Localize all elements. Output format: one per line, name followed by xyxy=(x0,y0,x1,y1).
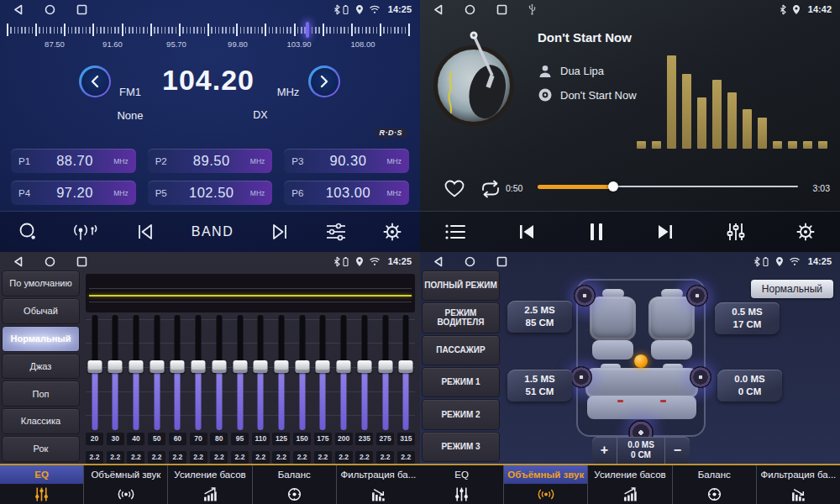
tab-filter[interactable]: Фильтрация ба... xyxy=(757,465,840,504)
home-icon[interactable] xyxy=(45,4,55,15)
eq-preset-item-2[interactable]: Нормальный xyxy=(2,326,80,352)
recents-icon[interactable] xyxy=(76,4,87,15)
delay-minus-button[interactable]: − xyxy=(665,437,690,464)
next-icon[interactable] xyxy=(654,223,676,241)
tune-up-button[interactable] xyxy=(308,66,340,97)
recents-icon[interactable] xyxy=(496,256,507,267)
eq-band-slider-14[interactable] xyxy=(378,315,392,430)
previous-icon[interactable] xyxy=(516,223,538,241)
eq-band-slider-6[interactable] xyxy=(212,315,226,430)
mixer-icon[interactable] xyxy=(325,223,347,241)
seek-thumb[interactable] xyxy=(608,181,618,192)
home-icon[interactable] xyxy=(45,256,55,267)
playlist-icon[interactable] xyxy=(444,223,466,240)
eq-preset-item-6[interactable]: Рок xyxy=(2,436,80,462)
slider-thumb[interactable] xyxy=(129,360,143,373)
tab-eq[interactable]: EQ xyxy=(0,465,84,504)
eq-band-slider-13[interactable] xyxy=(357,315,371,430)
eq-preset-item-5[interactable]: Классика xyxy=(2,408,80,434)
slider-thumb[interactable] xyxy=(171,360,185,373)
listening-mode-item-4[interactable]: РЕЖИМ 2 xyxy=(422,399,500,429)
listening-mode-item-3[interactable]: РЕЖИМ 1 xyxy=(422,367,500,397)
listening-mode-item-0[interactable]: ПОЛНЫЙ РЕЖИМ xyxy=(422,270,500,301)
tab-bass-boost[interactable]: Усиление басов xyxy=(588,465,672,504)
home-icon[interactable] xyxy=(465,4,475,15)
front-left-delay-button[interactable]: 2.5 MS 85 CM xyxy=(507,301,572,333)
eq-band-slider-8[interactable] xyxy=(254,315,268,430)
slider-thumb[interactable] xyxy=(108,360,123,373)
eq-preset-item-1[interactable]: Обычай xyxy=(2,298,80,324)
favorite-icon[interactable] xyxy=(444,179,465,198)
back-icon[interactable] xyxy=(433,256,444,267)
slider-thumb[interactable] xyxy=(378,360,392,373)
slider-thumb[interactable] xyxy=(150,360,164,373)
rear-left-delay-button[interactable]: 1.5 MS 51 CM xyxy=(507,370,572,402)
recents-icon[interactable] xyxy=(76,256,87,267)
tab-balance[interactable]: Баланс xyxy=(253,465,337,504)
listening-mode-item-1[interactable]: РЕЖИМ ВОДИТЕЛЯ xyxy=(422,302,500,333)
listening-mode-item-2[interactable]: ПАССАЖИР xyxy=(422,335,500,365)
preset-button-p5[interactable]: P5102.50MHz xyxy=(148,181,273,205)
eq-band-slider-5[interactable] xyxy=(192,315,206,430)
eq-band-slider-11[interactable] xyxy=(316,315,330,430)
preset-button-p2[interactable]: P289.50MHz xyxy=(148,149,273,173)
listening-position-marker[interactable] xyxy=(634,354,648,368)
settings-icon[interactable] xyxy=(795,222,816,242)
eq-preset-item-0[interactable]: По умолчанию xyxy=(2,270,80,297)
broadcast-icon[interactable] xyxy=(72,222,99,242)
eq-preset-item-4[interactable]: Поп xyxy=(2,381,80,407)
scan-icon[interactable] xyxy=(18,222,38,242)
tab-surround[interactable]: Объёмный звук xyxy=(84,465,168,504)
next-icon[interactable] xyxy=(269,223,291,241)
preset-button-p6[interactable]: P6103.00MHz xyxy=(284,181,409,205)
tab-filter[interactable]: Фильтрация ба... xyxy=(337,465,420,504)
slider-thumb[interactable] xyxy=(337,360,351,373)
slider-thumb[interactable] xyxy=(192,360,206,373)
back-icon[interactable] xyxy=(433,4,444,15)
home-icon[interactable] xyxy=(465,256,475,267)
band-button[interactable]: BAND xyxy=(192,224,234,239)
tab-balance[interactable]: Баланс xyxy=(673,465,757,504)
back-icon[interactable] xyxy=(13,256,24,267)
eq-band-slider-15[interactable] xyxy=(399,315,413,430)
slider-thumb[interactable] xyxy=(212,360,226,373)
slider-thumb[interactable] xyxy=(399,360,413,373)
tab-surround[interactable]: Объёмный звук xyxy=(504,465,588,504)
rear-right-delay-button[interactable]: 0.0 MS 0 CM xyxy=(717,370,782,402)
eq-band-slider-3[interactable] xyxy=(150,315,164,430)
slider-thumb[interactable] xyxy=(357,360,371,373)
slider-thumb[interactable] xyxy=(295,360,309,373)
slider-thumb[interactable] xyxy=(233,360,247,373)
listening-mode-item-5[interactable]: РЕЖИМ 3 xyxy=(422,432,500,462)
slider-thumb[interactable] xyxy=(87,360,102,373)
eq-band-slider-12[interactable] xyxy=(337,315,351,430)
eq-band-slider-2[interactable] xyxy=(129,315,143,430)
preset-button-p3[interactable]: P390.30MHz xyxy=(284,149,409,173)
settings-icon[interactable] xyxy=(382,222,402,242)
preset-button-p4[interactable]: P497.20MHz xyxy=(11,181,136,205)
slider-thumb[interactable] xyxy=(254,360,268,373)
eq-band-slider-7[interactable] xyxy=(233,315,247,430)
eq-preset-item-3[interactable]: Джаз xyxy=(2,354,80,380)
back-icon[interactable] xyxy=(13,4,24,15)
slider-thumb[interactable] xyxy=(316,360,330,373)
delay-plus-button[interactable]: + xyxy=(592,437,617,464)
equalizer-icon[interactable] xyxy=(726,222,746,242)
eq-band-slider-9[interactable] xyxy=(274,315,288,430)
sound-profile-button[interactable]: Нормальный xyxy=(751,280,833,298)
album-art[interactable] xyxy=(432,34,531,134)
repeat-icon[interactable] xyxy=(479,180,502,198)
front-right-delay-button[interactable]: 0.5 MS 17 CM xyxy=(715,302,780,334)
tab-bass-boost[interactable]: Усиление басов xyxy=(168,465,252,504)
eq-band-slider-1[interactable] xyxy=(108,315,123,430)
slider-thumb[interactable] xyxy=(274,360,288,373)
previous-icon[interactable] xyxy=(134,223,156,241)
eq-band-slider-0[interactable] xyxy=(87,315,102,430)
tab-eq[interactable]: EQ xyxy=(420,465,504,504)
recents-icon[interactable] xyxy=(496,4,507,15)
preset-button-p1[interactable]: P188.70MHz xyxy=(11,149,136,173)
seek-bar[interactable] xyxy=(538,180,798,193)
frequency-scale[interactable] xyxy=(7,22,413,39)
eq-band-slider-4[interactable] xyxy=(171,315,185,430)
pause-icon[interactable] xyxy=(587,222,606,242)
